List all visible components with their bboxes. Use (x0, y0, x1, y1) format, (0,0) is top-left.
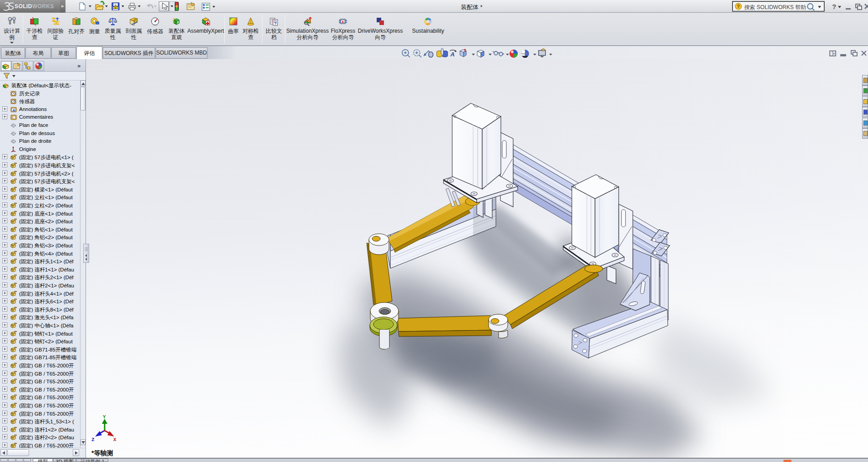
svg-text:X: X (113, 437, 116, 442)
svg-text:Y: Y (103, 414, 106, 420)
svg-text:*等轴测: *等轴测 (91, 449, 113, 457)
svg-text:Z: Z (91, 437, 95, 442)
